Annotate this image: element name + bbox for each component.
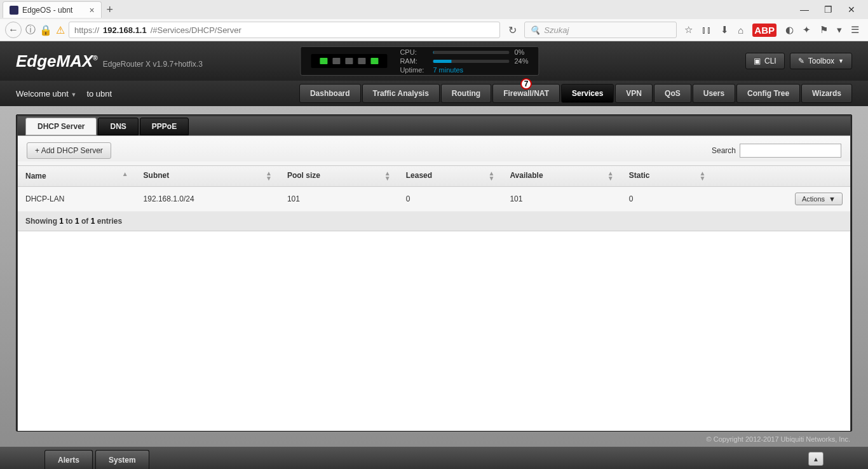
nav-services[interactable]: Services [561, 84, 614, 103]
welcome-area: Welcome ubnt ▼ to ubnt [16, 89, 112, 99]
dhcp-table: Name▲Subnet▲▼Pool size▲▼Leased▲▼Availabl… [18, 165, 850, 212]
identity-icon[interactable]: ⓘ [25, 24, 36, 37]
cell-available: 101 [502, 187, 621, 212]
nav-firewall-nat[interactable]: Firewall/NAT7 [492, 84, 560, 103]
close-tab-icon[interactable]: × [89, 5, 94, 15]
actions-button[interactable]: Actions ▼ [795, 193, 843, 205]
new-tab-button[interactable]: + [107, 3, 114, 17]
nav-users[interactable]: Users [693, 84, 735, 103]
cpu-label: CPU: [400, 48, 428, 56]
ext1-icon[interactable]: ◐ [785, 24, 794, 36]
col-pool-size[interactable]: Pool size▲▼ [280, 166, 398, 187]
menu-icon[interactable]: ☰ [851, 24, 859, 36]
blank-area [18, 231, 850, 431]
col-leased[interactable]: Leased▲▼ [398, 166, 503, 187]
search-icon: 🔍 [530, 25, 540, 35]
url-scheme: https:// [74, 25, 99, 35]
main-nav: DashboardTraffic AnalysisRoutingFirewall… [299, 84, 852, 103]
col-name[interactable]: Name▲ [18, 166, 136, 187]
url-box[interactable]: https://192.168.1.1/#Services/DHCP/Serve… [69, 22, 500, 38]
nav-dashboard[interactable]: Dashboard [299, 84, 361, 103]
ram-bar [433, 60, 509, 63]
ext3-icon[interactable]: ⚑ [820, 24, 828, 36]
table-search: Search [712, 144, 841, 158]
url-path: /#Services/DHCP/Server [151, 25, 241, 35]
ram-value: 24% [514, 57, 528, 65]
library-icon[interactable]: ⫿⫿ [702, 25, 712, 36]
alerts-tab[interactable]: Alerts [44, 450, 93, 469]
port-3-icon [345, 58, 353, 64]
nav-qos[interactable]: QoS [654, 84, 691, 103]
add-dhcp-server-button[interactable]: + Add DHCP Server [27, 142, 111, 159]
address-bar: ← ⓘ 🔒 ⚠ https://192.168.1.1/#Services/DH… [0, 19, 868, 41]
cell-actions: Actions ▼ [714, 187, 850, 212]
browser-chrome: EdgeOS - ubnt × + — ❐ ✕ ← ⓘ 🔒 ⚠ https://… [0, 0, 868, 41]
nav-wizards[interactable]: Wizards [801, 84, 852, 103]
tab-title: EdgeOS - ubnt [22, 6, 72, 15]
toolbar-icons: ☆ ⫿⫿ ⬇ ⌂ ABP ◐ ✦ ⚑ ▾ ☰ [681, 24, 863, 37]
ram-label: RAM: [400, 57, 428, 65]
cli-button[interactable]: ▣ CLI [745, 53, 785, 69]
col-actions [714, 166, 850, 187]
toolbox-button[interactable]: ✎ Toolbox ▼ [790, 53, 852, 69]
uptime-value: 7 minutes [433, 66, 463, 74]
table-row: DHCP-LAN192.168.1.0/2410101010Actions ▼ [18, 187, 850, 212]
col-static[interactable]: Static▲▼ [621, 166, 714, 187]
port-5-icon [370, 58, 378, 64]
port-1-icon [320, 58, 327, 64]
sub-tabs: DHCP ServerDNSPPPoE [18, 116, 850, 135]
back-button[interactable]: ← [5, 22, 22, 38]
nav-row: Welcome ubnt ▼ to ubnt DashboardTraffic … [0, 81, 868, 106]
nav-config-tree[interactable]: Config Tree [736, 84, 800, 103]
table-info: Showing 1 to 1 of 1 entries [18, 212, 850, 231]
reload-icon[interactable]: ↻ [504, 24, 520, 36]
status-panel: CPU: 0% RAM: 24% Uptime: 7 minutes [300, 46, 539, 76]
cell-static: 0 [621, 187, 714, 212]
cpu-bar [433, 51, 509, 54]
cell-subnet: 192.168.1.0/24 [136, 187, 280, 212]
search-placeholder: Szukaj [544, 25, 569, 35]
browser-tab[interactable]: EdgeOS - ubnt × [3, 1, 102, 18]
maximize-icon[interactable]: ❐ [820, 3, 836, 16]
lock-icon: 🔒 [39, 24, 52, 36]
search-input[interactable] [740, 144, 841, 158]
top-bar: EdgeMAX® EdgeRouter X v1.9.7+hotfix.3 CP… [0, 41, 868, 81]
chevron-down-icon[interactable]: ▼ [71, 92, 76, 98]
terminal-icon: ▣ [754, 57, 761, 65]
home-icon[interactable]: ⌂ [738, 25, 743, 36]
cell-leased: 0 [398, 187, 503, 212]
close-window-icon[interactable]: ✕ [844, 3, 859, 16]
browser-search-box[interactable]: 🔍 Szukaj [524, 22, 677, 38]
minimize-icon[interactable]: — [796, 3, 813, 16]
stats: CPU: 0% RAM: 24% Uptime: 7 minutes [400, 48, 528, 74]
cli-label: CLI [764, 57, 776, 65]
system-tab[interactable]: System [95, 450, 149, 469]
bookmark-icon[interactable]: ☆ [684, 24, 693, 36]
downloads-icon[interactable]: ⬇ [721, 24, 729, 36]
top-right-buttons: ▣ CLI ✎ Toolbox ▼ [745, 53, 852, 69]
nav-traffic-analysis[interactable]: Traffic Analysis [362, 84, 440, 103]
content-wrap: DHCP ServerDNSPPPoE + Add DHCP Server Se… [16, 114, 852, 432]
subtab-pppoe[interactable]: PPPoE [140, 118, 189, 135]
cpu-value: 0% [514, 48, 524, 56]
overflow-icon[interactable]: ▾ [837, 24, 842, 36]
panel-toolbar: + Add DHCP Server Search [18, 136, 850, 165]
subtab-dhcp-server[interactable]: DHCP Server [25, 118, 97, 135]
cell-pool: 101 [280, 187, 398, 212]
collapse-button[interactable]: ▲ [808, 452, 824, 466]
nav-routing[interactable]: Routing [441, 84, 491, 103]
subtab-dns[interactable]: DNS [98, 118, 138, 135]
col-available[interactable]: Available▲▼ [502, 166, 621, 187]
app: EdgeMAX® EdgeRouter X v1.9.7+hotfix.3 CP… [0, 41, 868, 469]
cell-name: DHCP-LAN [18, 187, 136, 212]
model-label: EdgeRouter X v1.9.7+hotfix.3 [103, 60, 203, 69]
adblock-icon[interactable]: ABP [752, 24, 776, 37]
col-subnet[interactable]: Subnet▲▼ [136, 166, 280, 187]
port-2-icon [332, 58, 340, 64]
port-4-icon [358, 58, 365, 64]
favicon-icon [10, 6, 18, 15]
nav-vpn[interactable]: VPN [615, 84, 653, 103]
warning-icon: ⚠ [56, 24, 65, 36]
logo-area: EdgeMAX® EdgeRouter X v1.9.7+hotfix.3 [16, 51, 203, 71]
ext2-icon[interactable]: ✦ [803, 24, 811, 36]
